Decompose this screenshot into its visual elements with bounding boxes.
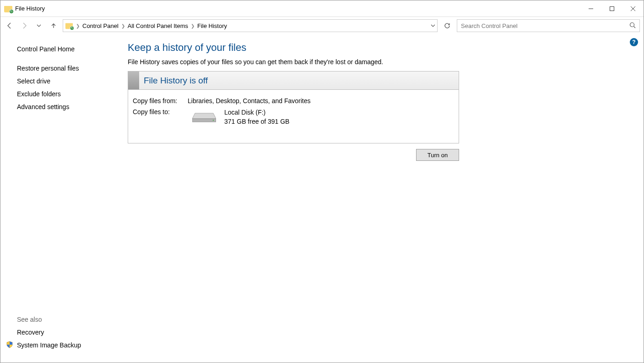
- status-flag-icon: [128, 72, 139, 89]
- address-bar[interactable]: ↻ ❯ Control Panel ❯ All Control Panel It…: [63, 19, 438, 32]
- breadcrumb-control-panel[interactable]: Control Panel: [81, 22, 120, 29]
- copy-to-label: Copy files to:: [133, 108, 188, 126]
- page-description: File History saves copies of your files …: [128, 58, 636, 66]
- sidebar-link-exclude-folders[interactable]: Exclude folders: [17, 88, 108, 100]
- chevron-right-icon: ❯: [120, 23, 126, 28]
- action-row: Turn on: [128, 149, 459, 161]
- drive-free-space: 371 GB free of 391 GB: [224, 117, 289, 126]
- copy-from-label: Copy files from:: [133, 97, 188, 104]
- up-button[interactable]: [48, 20, 59, 31]
- search-box[interactable]: [457, 19, 640, 32]
- see-also-recovery[interactable]: Recovery: [17, 326, 108, 339]
- shield-icon: [6, 341, 13, 350]
- breadcrumb-file-history[interactable]: File History: [195, 22, 229, 29]
- search-input[interactable]: [461, 22, 629, 29]
- svg-line-5: [634, 26, 636, 28]
- page-heading: Keep a history of your files: [128, 42, 636, 54]
- sidebar: Control Panel Home Restore personal file…: [0, 34, 113, 363]
- svg-point-8: [213, 120, 214, 121]
- drive-info: Local Disk (F:) 371 GB free of 391 GB: [224, 108, 289, 126]
- close-button[interactable]: [622, 0, 644, 16]
- titlebar: ↻ File History: [0, 0, 644, 17]
- breadcrumb-all-items[interactable]: All Control Panel Items: [126, 22, 190, 29]
- minimize-button[interactable]: [580, 0, 601, 16]
- chevron-right-icon: ❯: [75, 23, 81, 28]
- file-history-icon: ↻: [4, 5, 12, 12]
- window-controls: [580, 0, 644, 16]
- sidebar-link-advanced-settings[interactable]: Advanced settings: [17, 100, 108, 113]
- addressbar-row: ↻ ❯ Control Panel ❯ All Control Panel It…: [0, 17, 644, 34]
- drive-name: Local Disk (F:): [224, 108, 289, 117]
- status-header: File History is off: [128, 72, 459, 90]
- drive-icon: [189, 108, 219, 126]
- address-icon: ↻: [65, 22, 73, 29]
- status-title: File History is off: [144, 76, 208, 86]
- back-button[interactable]: [4, 20, 15, 31]
- main-content: ? Keep a history of your files File Hist…: [113, 34, 644, 363]
- svg-marker-6: [192, 113, 216, 119]
- svg-rect-1: [610, 6, 614, 11]
- see-also-system-image-backup[interactable]: System Image Backup: [17, 339, 81, 352]
- sidebar-link-restore[interactable]: Restore personal files: [17, 62, 108, 75]
- control-panel-home-link[interactable]: Control Panel Home: [17, 43, 108, 55]
- address-dropdown-button[interactable]: [431, 22, 435, 29]
- status-box: File History is off Copy files from: Lib…: [128, 71, 459, 143]
- search-icon: [629, 22, 636, 30]
- see-also-label: See also: [17, 313, 108, 326]
- recent-dropdown-button[interactable]: [33, 20, 44, 31]
- refresh-button[interactable]: [441, 20, 453, 32]
- window-title: File History: [15, 5, 45, 12]
- body: Control Panel Home Restore personal file…: [0, 34, 644, 363]
- status-body: Copy files from: Libraries, Desktop, Con…: [128, 90, 459, 143]
- copy-from-value: Libraries, Desktop, Contacts, and Favori…: [188, 97, 310, 104]
- svg-point-4: [630, 22, 634, 27]
- sidebar-link-select-drive[interactable]: Select drive: [17, 75, 108, 88]
- help-icon[interactable]: ?: [630, 38, 638, 46]
- forward-button[interactable]: [19, 20, 30, 31]
- maximize-button[interactable]: [601, 0, 622, 16]
- turn-on-button[interactable]: Turn on: [416, 149, 459, 161]
- svg-rect-7: [192, 119, 216, 122]
- chevron-right-icon: ❯: [190, 23, 195, 28]
